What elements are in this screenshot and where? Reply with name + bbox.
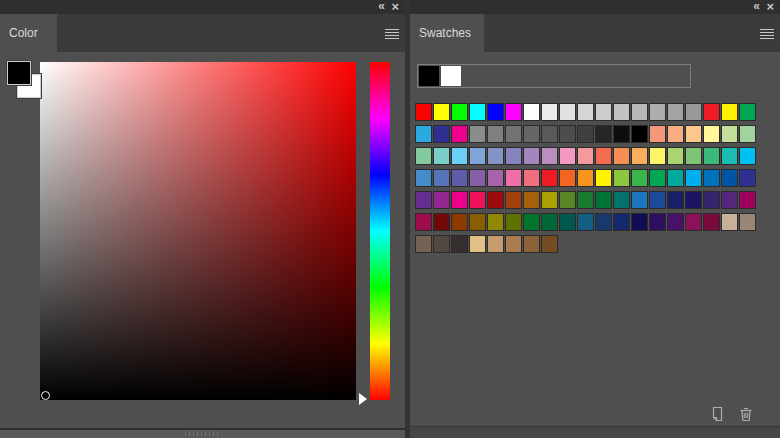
swatch[interactable] [541,213,558,231]
swatch[interactable] [631,213,648,231]
swatch[interactable] [685,191,702,209]
swatch[interactable] [739,125,756,143]
close-panel-icon[interactable]: × [391,0,399,13]
swatch[interactable] [649,169,666,187]
swatch[interactable] [487,213,504,231]
swatch[interactable] [613,103,630,121]
swatch[interactable] [433,191,450,209]
swatch[interactable] [433,103,450,121]
swatch[interactable] [505,103,522,121]
swatch[interactable] [667,191,684,209]
swatch[interactable] [703,191,720,209]
saturation-brightness-field[interactable] [40,62,356,400]
swatch[interactable] [469,103,486,121]
swatch[interactable] [595,103,612,121]
swatch[interactable] [613,191,630,209]
swatch[interactable] [451,235,468,253]
panel-resize-strip[interactable] [0,428,405,438]
swatch[interactable] [631,169,648,187]
swatch[interactable] [541,125,558,143]
swatch[interactable] [469,169,486,187]
tab-swatches[interactable]: Swatches [410,14,484,52]
foreground-color-chip[interactable] [7,61,31,85]
swatch[interactable] [505,169,522,187]
swatch[interactable] [613,169,630,187]
swatch[interactable] [487,191,504,209]
swatch[interactable] [739,103,756,121]
close-panel-icon[interactable]: × [766,0,774,13]
swatch[interactable] [433,147,450,165]
swatch[interactable] [667,147,684,165]
recent-color-chip[interactable] [441,66,461,86]
swatch[interactable] [523,169,540,187]
swatch[interactable] [451,103,468,121]
swatch[interactable] [703,125,720,143]
swatch[interactable] [451,125,468,143]
swatch[interactable] [415,169,432,187]
swatch[interactable] [415,103,432,121]
swatch[interactable] [577,191,594,209]
panel-menu-icon[interactable] [385,29,399,39]
swatch[interactable] [703,213,720,231]
swatch[interactable] [649,125,666,143]
swatch[interactable] [649,103,666,121]
swatch[interactable] [541,103,558,121]
hue-slider[interactable] [370,62,390,400]
swatch[interactable] [721,147,738,165]
swatch[interactable] [721,103,738,121]
swatch[interactable] [721,169,738,187]
swatch[interactable] [577,147,594,165]
swatch[interactable] [523,235,540,253]
swatch[interactable] [541,235,558,253]
swatch[interactable] [667,125,684,143]
swatch[interactable] [577,213,594,231]
swatch[interactable] [469,191,486,209]
swatch[interactable] [487,169,504,187]
swatch[interactable] [685,125,702,143]
swatch[interactable] [415,235,432,253]
swatch[interactable] [433,213,450,231]
swatch[interactable] [469,125,486,143]
swatch[interactable] [613,147,630,165]
swatch[interactable] [649,191,666,209]
swatch[interactable] [595,125,612,143]
swatch[interactable] [721,213,738,231]
recent-color-chip[interactable] [419,66,439,86]
swatch[interactable] [523,191,540,209]
swatch[interactable] [595,147,612,165]
collapse-panels-icon[interactable]: « [753,0,759,13]
swatch[interactable] [469,147,486,165]
swatch[interactable] [613,125,630,143]
delete-swatch-trash-icon[interactable] [738,406,754,422]
swatch[interactable] [703,147,720,165]
swatch[interactable] [559,103,576,121]
swatch[interactable] [451,191,468,209]
swatch[interactable] [541,169,558,187]
swatch[interactable] [631,191,648,209]
swatch[interactable] [685,103,702,121]
swatch[interactable] [433,125,450,143]
collapse-panels-icon[interactable]: « [378,0,384,13]
swatch[interactable] [451,169,468,187]
swatch[interactable] [559,147,576,165]
swatch[interactable] [469,235,486,253]
swatch[interactable] [577,169,594,187]
swatch[interactable] [739,213,756,231]
swatch[interactable] [577,125,594,143]
swatch[interactable] [415,125,432,143]
panel-menu-icon[interactable] [760,29,774,39]
swatch[interactable] [595,191,612,209]
swatch[interactable] [523,103,540,121]
swatch[interactable] [505,125,522,143]
swatch[interactable] [667,213,684,231]
swatch[interactable] [685,169,702,187]
swatch[interactable] [559,213,576,231]
swatch[interactable] [631,103,648,121]
swatch[interactable] [451,213,468,231]
swatch[interactable] [685,213,702,231]
swatch[interactable] [433,169,450,187]
swatch[interactable] [487,235,504,253]
swatch[interactable] [739,147,756,165]
swatch[interactable] [523,125,540,143]
new-swatch-icon[interactable] [709,406,725,422]
